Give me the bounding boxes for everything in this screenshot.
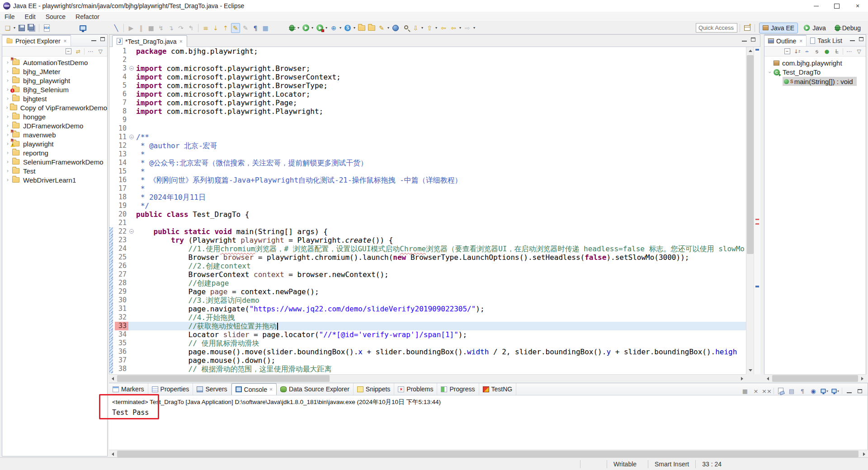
scrollbar-thumb[interactable] bbox=[772, 375, 858, 382]
fold-marker-icon[interactable]: − bbox=[129, 66, 134, 70]
code-line-14[interactable]: 14 * @公众号:北京宏哥（微信搜索，关注宏哥，提前解锁更多测试干货） bbox=[109, 159, 746, 167]
terminate-button[interactable]: ■ bbox=[146, 23, 156, 33]
scroll-right-button[interactable] bbox=[859, 375, 866, 382]
code-line-31[interactable]: 31 page.navigate("https://www.jq22.com/d… bbox=[109, 305, 746, 313]
view-menu-button[interactable]: ▽ bbox=[855, 47, 863, 56]
scroll-left-button[interactable] bbox=[109, 375, 117, 382]
open-perspective-button[interactable] bbox=[743, 23, 752, 33]
code-line-9[interactable]: 9 bbox=[109, 116, 746, 124]
focus-button[interactable]: ⋯ bbox=[845, 47, 853, 56]
debug-button[interactable] bbox=[287, 23, 296, 33]
maximize-editor-button[interactable] bbox=[751, 38, 755, 42]
code-line-26[interactable]: 26 //2.创建context bbox=[109, 262, 746, 270]
expand-chevron[interactable]: › bbox=[4, 77, 11, 84]
code-line-2[interactable]: 2 bbox=[109, 56, 746, 64]
code-line-22[interactable]: 22− public static void main(String[] arg… bbox=[109, 227, 746, 236]
code-editor[interactable]: 1package com.bjhg.playwright;23−import c… bbox=[109, 47, 746, 374]
scroll-lock-button[interactable]: ▤ bbox=[788, 387, 796, 395]
tab-task-list[interactable]: Task List bbox=[807, 35, 845, 46]
code-line-19[interactable]: 19 */ bbox=[109, 202, 746, 210]
expand-chevron[interactable]: › bbox=[4, 150, 11, 156]
code-line-8[interactable]: 8import com.microsoft.playwright.Playwri… bbox=[109, 107, 746, 116]
code-line-20[interactable]: 20public class Test_DragTo { bbox=[109, 210, 746, 219]
project-item-webdriverlearn1[interactable]: ›WebDriverLearn1 bbox=[2, 175, 107, 184]
focus-button[interactable]: ⋯ bbox=[86, 47, 94, 56]
new-wizard-button-dropdown[interactable]: ▾ bbox=[13, 23, 16, 33]
code-line-7[interactable]: 7import com.microsoft.playwright.Page; bbox=[109, 99, 746, 107]
web-browser-button[interactable] bbox=[391, 23, 400, 33]
terminate-button[interactable]: ■ bbox=[741, 387, 749, 395]
code-line-13[interactable]: 13 * bbox=[109, 150, 746, 159]
collapse-all-button[interactable]: − bbox=[783, 47, 791, 56]
minimize-view-button[interactable] bbox=[845, 387, 853, 395]
code-line-35[interactable]: 35 // 使用鼠标滑动滑块 bbox=[109, 339, 746, 348]
tab-testng[interactable]: TestNG bbox=[479, 383, 517, 395]
save-button[interactable] bbox=[17, 23, 26, 33]
scroll-right-button[interactable] bbox=[860, 450, 868, 458]
coverage-button-dropdown[interactable]: ▾ bbox=[325, 23, 328, 33]
code-line-3[interactable]: 3−import com.microsoft.playwright.Browse… bbox=[109, 64, 746, 73]
expand-chevron[interactable]: › bbox=[4, 122, 11, 129]
suspend-button[interactable]: ‖ bbox=[137, 23, 146, 33]
scrollbar-thumb[interactable] bbox=[117, 451, 859, 457]
code-line-15[interactable]: 15 * bbox=[109, 167, 746, 176]
new-wizard-button[interactable]: ❏ bbox=[3, 23, 12, 33]
quick-access-input[interactable] bbox=[696, 23, 737, 33]
tab-outline[interactable]: Outline × bbox=[764, 35, 807, 46]
debug-button-dropdown[interactable]: ▾ bbox=[297, 23, 300, 33]
annotate-button-dropdown[interactable]: ▾ bbox=[387, 23, 390, 33]
code-line-30[interactable]: 30 //3.浏览器访问demo bbox=[109, 296, 746, 305]
outline-item-class[interactable]: › C Test_DragTo bbox=[764, 68, 866, 77]
project-item-playwright[interactable]: ›Mplaywright bbox=[2, 139, 107, 148]
console-horizontal-scrollbar[interactable] bbox=[109, 450, 868, 457]
project-item-bjhg_jmeter[interactable]: ›bjhg_JMeter bbox=[2, 67, 107, 76]
run-button[interactable] bbox=[301, 23, 310, 33]
code-line-18[interactable]: 18 * 2024年10月11日 bbox=[109, 193, 746, 202]
close-window-button[interactable]: × bbox=[847, 0, 868, 12]
maximize-view-button[interactable] bbox=[100, 37, 105, 41]
block-selection-button[interactable]: ▦ bbox=[261, 23, 270, 33]
next-annotation-button[interactable]: ⇣ bbox=[211, 23, 220, 33]
expand-chevron[interactable]: › bbox=[4, 132, 11, 138]
expand-chevron[interactable]: › bbox=[4, 68, 11, 75]
code-line-36[interactable]: 36 page.mouse().move(slider.boundingBox(… bbox=[109, 348, 746, 356]
menu-file[interactable]: File bbox=[5, 13, 15, 20]
binary-file-button[interactable]: 010 bbox=[42, 23, 51, 33]
outline-horizontal-scrollbar[interactable] bbox=[764, 374, 866, 382]
hide-local-types-button[interactable]: L bbox=[833, 47, 841, 56]
fold-marker-icon[interactable]: − bbox=[129, 135, 134, 139]
scroll-left-button[interactable] bbox=[764, 375, 772, 382]
minimize-view-button[interactable] bbox=[850, 40, 855, 41]
link-with-editor-button[interactable]: ⇄ bbox=[74, 47, 82, 56]
project-item-seleniumframeworkdemo[interactable]: ›SeleniumFrameworkDemo bbox=[2, 157, 107, 166]
overview-ruler[interactable] bbox=[754, 47, 760, 374]
code-line-11[interactable]: 11−/** bbox=[109, 133, 746, 141]
code-line-28[interactable]: 28 //创建page bbox=[109, 279, 746, 287]
expand-chevron[interactable]: › bbox=[4, 59, 11, 66]
tab-test-dragto[interactable]: J *Test_DragTo.java × bbox=[112, 35, 187, 47]
code-line-23[interactable]: 23 try (Playwright playwright = Playwrig… bbox=[109, 236, 746, 244]
tab-project-explorer[interactable]: Project Explorer × bbox=[2, 35, 71, 46]
tab-markers[interactable]: Markers bbox=[109, 383, 148, 395]
view-menu-button[interactable]: ▽ bbox=[96, 47, 104, 56]
project-item-bjhg_playwright[interactable]: ›bjhg_playwright bbox=[2, 76, 107, 85]
tab-problems[interactable]: ×Problems bbox=[394, 383, 437, 395]
perspective-debug[interactable]: Debug bbox=[831, 23, 864, 33]
remove-all-launches-button[interactable]: ×× bbox=[763, 387, 771, 395]
tab-data-source-explorer[interactable]: Data Source Explorer bbox=[277, 383, 354, 395]
close-view-icon[interactable]: × bbox=[799, 38, 802, 44]
code-line-1[interactable]: 1package com.bjhg.playwright; bbox=[109, 47, 746, 56]
resume-button[interactable]: ▶ bbox=[127, 23, 136, 33]
minimize-view-button[interactable] bbox=[91, 40, 96, 41]
perspective-java-ee[interactable]: Java EE bbox=[759, 23, 798, 33]
search-button[interactable] bbox=[401, 23, 410, 33]
code-line-24[interactable]: 24 //1.使用chromium浏览器，# 浏览器配置，设置以GUI模式启动C… bbox=[109, 244, 746, 253]
skype-button-dropdown[interactable]: ▾ bbox=[353, 23, 356, 33]
export-button[interactable]: ⇧ bbox=[425, 23, 434, 33]
forward-button-dropdown[interactable]: ▾ bbox=[472, 23, 476, 33]
code-line-29[interactable]: 29 Page page = context.newPage(); bbox=[109, 287, 746, 296]
maximize-window-button[interactable] bbox=[826, 0, 847, 12]
scrollbar-thumb[interactable] bbox=[747, 55, 754, 254]
remote-console-button[interactable] bbox=[78, 23, 87, 33]
fold-marker-icon[interactable]: − bbox=[129, 229, 134, 234]
